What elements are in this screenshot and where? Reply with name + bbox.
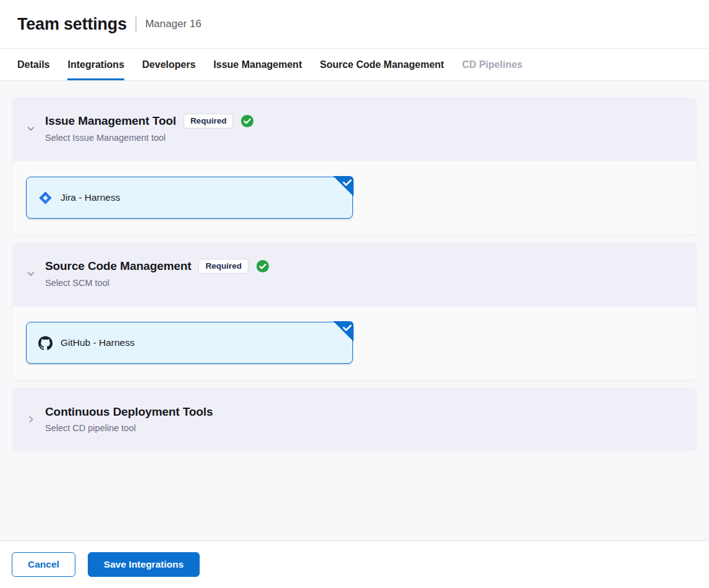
cancel-button[interactable]: Cancel xyxy=(12,552,75,577)
corner-check-icon xyxy=(333,321,354,342)
section-issue-management-body: Jira - Harness xyxy=(12,161,697,235)
section-scm-header[interactable]: Source Code Management Required Select S… xyxy=(12,243,697,306)
tab-issue-management[interactable]: Issue Management xyxy=(213,49,302,80)
tab-cd-pipelines: CD Pipelines xyxy=(462,49,522,80)
section-issue-management-tool: Issue Management Tool Required Select Is… xyxy=(12,98,697,235)
jira-icon xyxy=(38,191,53,205)
page-header: Team settings Manager 16 xyxy=(0,0,709,49)
tab-integrations[interactable]: Integrations xyxy=(67,49,124,80)
section-subtitle: Select SCM tool xyxy=(45,278,270,288)
page-title: Team settings xyxy=(17,15,127,34)
tab-bar: Details Integrations Developers Issue Ma… xyxy=(0,49,709,81)
tab-developers[interactable]: Developers xyxy=(142,49,195,80)
section-issue-management-header[interactable]: Issue Management Tool Required Select Is… xyxy=(12,98,697,161)
page-subtitle: Manager 16 xyxy=(145,18,202,30)
tab-details[interactable]: Details xyxy=(17,49,49,80)
section-title: Issue Management Tool xyxy=(45,114,176,128)
tool-label: Jira - Harness xyxy=(61,192,120,203)
required-badge: Required xyxy=(198,259,248,274)
section-title: Source Code Management xyxy=(45,259,191,273)
success-check-icon xyxy=(256,259,270,273)
footer-action-bar: Cancel Save Integrations xyxy=(0,540,709,588)
chevron-down-icon xyxy=(25,122,37,135)
chevron-right-icon xyxy=(25,413,37,426)
section-title: Continuous Deployment Tools xyxy=(45,405,213,419)
section-source-code-management: Source Code Management Required Select S… xyxy=(12,243,697,380)
section-subtitle: Select Issue Management tool xyxy=(45,133,254,143)
github-icon xyxy=(38,336,53,350)
title-divider xyxy=(135,17,137,32)
section-subtitle: Select CD pipeline tool xyxy=(45,423,213,433)
tool-card-github-harness[interactable]: GitHub - Harness xyxy=(26,322,353,364)
tab-source-code-management[interactable]: Source Code Management xyxy=(320,49,444,80)
tool-card-jira-harness[interactable]: Jira - Harness xyxy=(26,177,353,219)
corner-check-icon xyxy=(333,176,354,196)
section-scm-body: GitHub - Harness xyxy=(12,306,697,380)
chevron-down-icon xyxy=(25,267,37,280)
tool-label: GitHub - Harness xyxy=(61,337,135,348)
required-badge: Required xyxy=(184,114,234,128)
success-check-icon xyxy=(240,114,254,128)
save-integrations-button[interactable]: Save Integrations xyxy=(88,552,200,577)
integrations-panel: Issue Management Tool Required Select Is… xyxy=(0,81,709,540)
section-cd-header[interactable]: Continuous Deployment Tools Select CD pi… xyxy=(12,388,697,450)
section-continuous-deployment-tools: Continuous Deployment Tools Select CD pi… xyxy=(12,388,697,450)
